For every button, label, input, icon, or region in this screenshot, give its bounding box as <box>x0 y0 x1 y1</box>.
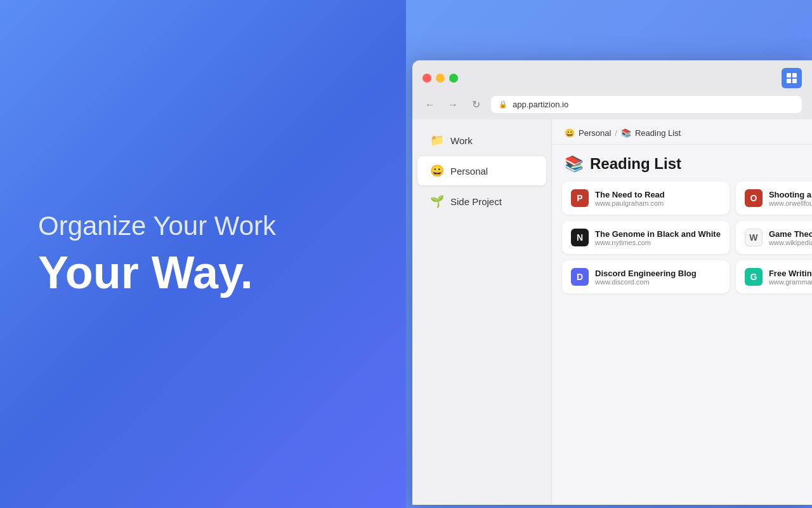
breadcrumb: 😀 Personal / 📚 Reading List <box>552 119 812 145</box>
sidebar-emoji: 🌱 <box>430 194 444 208</box>
url-text: app.partizion.io <box>513 100 568 109</box>
refresh-button[interactable]: ↻ <box>468 97 483 112</box>
breadcrumb-collection-emoji: 📚 <box>621 128 631 138</box>
bookmark-favicon: W <box>745 229 763 246</box>
lock-icon: 🔒 <box>499 100 508 109</box>
section-title-text: Reading List <box>590 155 681 173</box>
sidebar-emoji: 😀 <box>430 164 444 178</box>
bookmark-free-writing-assistant[interactable]: G Free Writing Assistant www.grammarly.c… <box>736 260 812 293</box>
address-bar: ← → ↻ 🔒 app.partizion.io <box>422 96 802 119</box>
bookmark-genome-black-white[interactable]: N The Genome in Black and White www.nyti… <box>562 221 730 254</box>
bookmark-title: Discord Engineering Blog <box>595 269 721 278</box>
bookmark-title: The Need to Read <box>595 190 721 199</box>
hero-section: Organize Your Work Your Way. <box>0 0 406 508</box>
traffic-lights <box>422 74 458 83</box>
browser-area: ← → ↻ 🔒 app.partizion.io 📁Work😀Personal🌱… <box>406 0 812 508</box>
sidebar-item-work[interactable]: 📁Work <box>417 126 546 155</box>
svg-rect-3 <box>792 79 797 83</box>
bookmark-url: www.discord.com <box>595 278 721 286</box>
sidebar-label: Work <box>450 135 473 146</box>
svg-rect-0 <box>787 73 791 77</box>
bookmark-favicon: G <box>745 268 763 286</box>
hero-subtitle: Organize Your Work <box>38 210 368 242</box>
maximize-button[interactable] <box>449 74 458 83</box>
bookmark-url: www.wikipedia.com <box>769 239 812 246</box>
bookmark-favicon: N <box>571 229 589 246</box>
bookmark-url: www.nytimes.com <box>595 239 721 246</box>
svg-rect-2 <box>787 79 791 83</box>
bookmark-info: Free Writing Assistant www.grammarly.com <box>769 269 812 286</box>
breadcrumb-collection: Reading List <box>635 128 681 138</box>
bookmark-info: Game Theory www.wikipedia.com <box>769 229 812 246</box>
bookmark-info: Discord Engineering Blog www.discord.com <box>595 269 721 286</box>
url-field[interactable]: 🔒 app.partizion.io <box>491 96 802 113</box>
bookmark-favicon: O <box>745 189 763 207</box>
browser-titlebar <box>422 68 802 88</box>
sidebar: 📁Work😀Personal🌱Side Project <box>412 119 552 505</box>
bookmark-shooting-elephant[interactable]: O Shooting an Elephant www.orwellfoundat… <box>736 182 812 215</box>
bookmark-info: The Genome in Black and White www.nytime… <box>595 229 721 246</box>
section-title: 📚 Reading List <box>552 145 812 182</box>
breadcrumb-separator: / <box>615 128 617 138</box>
breadcrumb-workspace: Personal <box>579 128 611 138</box>
bookmark-favicon: P <box>571 189 589 207</box>
back-button[interactable]: ← <box>422 97 438 112</box>
svg-rect-1 <box>792 73 797 77</box>
browser-chrome: ← → ↻ 🔒 app.partizion.io <box>412 60 812 119</box>
bookmark-game-theory[interactable]: W Game Theory www.wikipedia.com <box>736 221 812 254</box>
bookmark-title: The Genome in Black and White <box>595 229 721 239</box>
sidebar-emoji: 📁 <box>430 133 444 147</box>
bookmark-title: Free Writing Assistant <box>769 269 812 278</box>
bookmark-url: www.grammarly.com <box>769 278 812 286</box>
bookmark-title: Shooting an Elephant <box>769 190 812 199</box>
sidebar-label: Side Project <box>450 196 502 207</box>
main-content: 😀 Personal / 📚 Reading List 📚 Reading Li… <box>552 119 812 505</box>
browser-window: ← → ↻ 🔒 app.partizion.io 📁Work😀Personal🌱… <box>412 60 812 505</box>
bookmark-favicon: D <box>571 268 589 286</box>
close-button[interactable] <box>422 74 431 83</box>
minimize-button[interactable] <box>436 74 445 83</box>
bookmark-discord-engineering[interactable]: D Discord Engineering Blog www.discord.c… <box>562 260 730 293</box>
bookmarks-grid: P The Need to Read www.paulgraham.com O … <box>552 182 812 293</box>
bookmark-title: Game Theory <box>769 229 812 239</box>
bookmark-url: www.orwellfoundation.c... <box>769 199 812 207</box>
bookmark-url: www.paulgraham.com <box>595 199 721 207</box>
bookmark-info: The Need to Read www.paulgraham.com <box>595 190 721 207</box>
bookmark-need-to-read[interactable]: P The Need to Read www.paulgraham.com <box>562 182 730 215</box>
hero-title: Your Way. <box>38 248 368 298</box>
sidebar-label: Personal <box>450 166 488 177</box>
sidebar-item-side-project[interactable]: 🌱Side Project <box>417 187 546 216</box>
bookmark-info: Shooting an Elephant www.orwellfoundatio… <box>769 190 812 207</box>
sidebar-item-personal[interactable]: 😀Personal <box>417 156 546 185</box>
forward-button[interactable]: → <box>445 97 461 112</box>
app-icon <box>782 68 802 88</box>
section-emoji: 📚 <box>565 155 584 173</box>
breadcrumb-workspace-emoji: 😀 <box>565 128 575 138</box>
browser-body: 📁Work😀Personal🌱Side Project 😀 Personal /… <box>412 119 812 505</box>
